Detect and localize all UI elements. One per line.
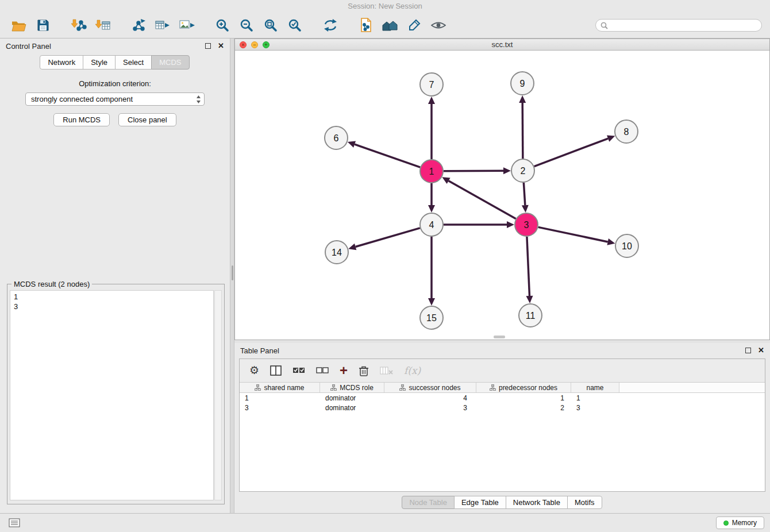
column-header-mcds-role[interactable]: MCDS role <box>320 383 384 392</box>
graph-edge-3-10[interactable] <box>538 227 608 242</box>
zoom-window-button[interactable]: + <box>263 41 270 48</box>
close-window-button[interactable]: × <box>240 41 247 48</box>
minimize-window-button[interactable]: − <box>251 41 258 48</box>
float-panel-icon[interactable] <box>205 43 211 49</box>
result-list-item[interactable]: 1 <box>14 292 210 302</box>
run-mcds-button[interactable]: Run MCDS <box>53 113 110 126</box>
function-builder-button[interactable]: f(x) <box>404 365 421 376</box>
graph-node-9[interactable]: 9 <box>511 72 534 95</box>
column-header-successor-nodes[interactable]: successor nodes <box>384 383 476 392</box>
refresh-button[interactable] <box>319 15 341 36</box>
first-neighbors-button[interactable] <box>379 15 401 36</box>
zoom-out-button[interactable] <box>236 15 257 36</box>
tab-select[interactable]: Select <box>115 55 152 70</box>
network-window-title: scc.txt <box>492 40 513 49</box>
graph-edge-2-9[interactable] <box>522 103 523 159</box>
graph-node-1[interactable]: 1 <box>420 160 443 183</box>
deselect-all-columns-button[interactable] <box>316 366 329 375</box>
graph-edge-1-6[interactable] <box>355 144 420 167</box>
tab-network[interactable]: Network <box>40 55 83 70</box>
close-panel-icon[interactable]: ✕ <box>218 43 224 49</box>
mcds-result-list: 1 3 <box>10 290 214 500</box>
column-header-shared-name[interactable]: shared name <box>240 383 320 392</box>
graph-node-8[interactable]: 8 <box>615 120 638 143</box>
export-image-button[interactable] <box>176 15 198 36</box>
graph-edge-4-14[interactable] <box>356 228 420 247</box>
export-table-icon <box>155 18 171 32</box>
graph-node-3[interactable]: 3 <box>515 213 538 236</box>
table-row[interactable]: 1 dominator 4 1 1 <box>240 393 765 403</box>
column-header-name[interactable]: name <box>571 383 619 392</box>
tab-network-table[interactable]: Network Table <box>506 496 568 509</box>
graph-node-4[interactable]: 4 <box>420 213 443 236</box>
canvas-horizontal-scrollbar[interactable] <box>494 336 505 338</box>
duplicate-network-button[interactable] <box>355 15 377 36</box>
style-brush-button[interactable] <box>403 15 425 36</box>
graph-edge-arrowhead <box>607 135 615 141</box>
show-columns-button[interactable] <box>270 365 282 376</box>
result-list-scrollbar[interactable] <box>214 290 222 500</box>
graph-node-15[interactable]: 15 <box>420 306 443 329</box>
graph-edge-1-2[interactable] <box>444 171 503 171</box>
graph-edge-2-3[interactable] <box>523 183 525 205</box>
tab-node-table[interactable]: Node Table <box>402 496 455 509</box>
svg-text:15: 15 <box>426 313 437 323</box>
float-panel-icon[interactable] <box>745 348 751 353</box>
graph-node-11[interactable]: 11 <box>519 304 542 327</box>
select-all-columns-button[interactable] <box>292 366 305 375</box>
graph-edge-arrowhead <box>503 167 511 174</box>
graph-edge-arrowhead <box>507 221 514 228</box>
select-all-icon <box>292 366 305 375</box>
close-panel-icon[interactable]: ✕ <box>758 348 764 353</box>
svg-text:8: 8 <box>624 127 629 137</box>
close-panel-button[interactable]: Close panel <box>118 113 176 126</box>
graph-edge-3-1[interactable] <box>449 181 516 219</box>
zoom-in-button[interactable] <box>211 15 233 36</box>
add-column-button[interactable]: + <box>340 365 348 376</box>
open-session-button[interactable] <box>8 15 30 36</box>
export-table-button[interactable] <box>152 15 174 36</box>
zoom-out-icon <box>239 18 254 33</box>
memory-button[interactable]: Memory <box>716 516 764 529</box>
tab-edge-table[interactable]: Edge Table <box>454 496 506 509</box>
graph-edge-2-8[interactable] <box>534 138 609 167</box>
graph-node-2[interactable]: 2 <box>511 159 534 182</box>
delete-row-button[interactable] <box>359 365 369 376</box>
zoom-selected-button[interactable] <box>284 15 306 36</box>
svg-text:9: 9 <box>520 79 525 88</box>
show-hide-button[interactable] <box>428 15 449 36</box>
cell-name: 1 <box>571 393 619 403</box>
zoom-fit-button[interactable] <box>260 15 282 36</box>
splitter-handle[interactable] <box>232 265 233 280</box>
search-input[interactable] <box>611 21 757 29</box>
delete-column-button[interactable] <box>380 366 393 375</box>
table-row[interactable]: 3 dominator 3 2 3 <box>240 403 765 413</box>
import-table-button[interactable] <box>92 15 114 36</box>
graph-edge-3-11[interactable] <box>527 237 530 296</box>
graph-edge-arrowhead <box>428 205 435 213</box>
node-table: ⚙ <box>239 358 765 492</box>
columns-icon <box>270 365 282 376</box>
graph-node-10[interactable]: 10 <box>615 234 638 257</box>
graph-node-14[interactable]: 14 <box>325 241 348 264</box>
column-header-predecessor-nodes[interactable]: predecessor nodes <box>476 383 571 392</box>
graph-node-6[interactable]: 6 <box>325 126 348 149</box>
import-network-button[interactable] <box>68 15 90 36</box>
network-graph[interactable]: 1234678910111415 <box>235 51 769 340</box>
panel-splitter[interactable] <box>230 38 234 513</box>
export-network-button[interactable] <box>128 15 149 36</box>
save-session-button[interactable] <box>32 15 54 36</box>
table-settings-button[interactable]: ⚙ <box>249 365 259 376</box>
show-panels-button[interactable] <box>6 516 23 529</box>
search-box[interactable] <box>595 19 762 32</box>
result-list-item[interactable]: 3 <box>14 302 210 311</box>
optimization-criterion-dropdown[interactable]: strongly connected component <box>25 92 205 106</box>
open-folder-icon <box>11 20 26 32</box>
tab-style[interactable]: Style <box>83 55 116 70</box>
graph-node-7[interactable]: 7 <box>420 73 443 96</box>
column-label: name <box>586 384 603 392</box>
toolbar-separator <box>344 25 353 26</box>
deselect-all-icon <box>316 366 329 375</box>
tab-motifs[interactable]: Motifs <box>567 496 602 509</box>
tab-mcds[interactable]: MCDS <box>151 55 189 70</box>
